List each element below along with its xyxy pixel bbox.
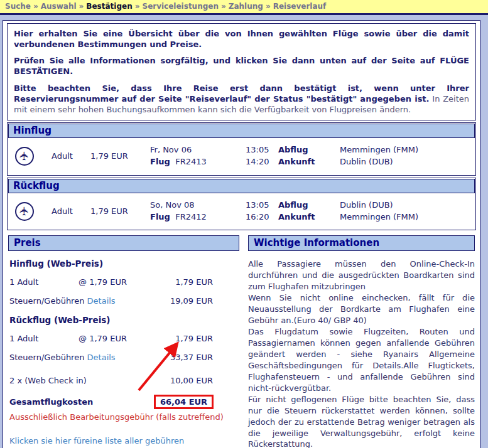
intro-paragraph-2: Prüfen Sie alle Informationen sorgfältig… — [14, 55, 469, 77]
plane-icon: ✈ — [15, 202, 52, 221]
breadcrumb-separator: » — [219, 2, 229, 11]
outbound-arrival-time: 14:20 — [246, 156, 278, 168]
outbound-flight-label: Flug — [150, 157, 170, 166]
fare-rate: @ 1,79 EUR — [79, 277, 150, 287]
info-text: Alle Passagiere müssen den Online-Check-… — [248, 259, 475, 448]
fare-value: 1,79 EUR — [150, 277, 213, 287]
outbound-origin: Memmingen (FMM) — [340, 144, 473, 156]
outbound-date: Fr, Nov 06 — [150, 144, 246, 156]
return-date: So, Nov 08 — [150, 200, 246, 211]
price-panel: Preis Hinflug (Web-Preis) 1 Adult @ 1,79… — [8, 235, 239, 448]
total-value: 66,04 EUR — [160, 397, 207, 407]
total-value-annotation-box: 66,04 EUR — [154, 395, 214, 409]
all-fees-link[interactable]: Klicken sie hier füreine liste aller geb… — [9, 436, 184, 445]
return-fare-row: 1 Adult @ 1,79 EUR 1,79 EUR — [9, 334, 239, 343]
info-paragraph-3: Das Flugdatum sowie Flugzeiten, Routen u… — [248, 326, 475, 394]
breadcrumb: Suche»Auswahl»Bestätigen»Serviceleistung… — [0, 0, 488, 15]
return-passenger-type: Adult — [52, 206, 90, 216]
processing-fee-note: Ausschließlich Bearbeitungsgebühr (falls… — [9, 412, 239, 422]
outbound-airports: Memmingen (FMM) Dublin (DUB) — [340, 144, 473, 168]
breadcrumb-separator: » — [263, 2, 273, 11]
return-price-heading: Rückflug (Web-Preis) — [9, 315, 239, 325]
taxes-details-link[interactable]: Details — [87, 296, 116, 306]
outbound-times: 13:05 14:20 — [246, 144, 278, 168]
taxes-label-wrap: Steuern/Gebühren Details — [9, 296, 150, 306]
return-taxes-row: Steuern/Gebühren Details 33,37 EUR — [9, 353, 239, 362]
columns: Preis Hinflug (Web-Preis) 1 Adult @ 1,79… — [7, 232, 476, 448]
return-departure-time: 13:05 — [246, 200, 278, 211]
return-flight-section: Rückflug ✈ Adult 1,79 EUR So, Nov 08 Flu… — [7, 178, 476, 231]
breadcrumb-zahlung[interactable]: Zahlung — [229, 2, 263, 11]
outbound-flight-section: Hinflug ✈ Adult 1,79 EUR Fr, Nov 06 Flug… — [7, 122, 476, 176]
breadcrumb-auswahl[interactable]: Auswahl — [41, 2, 77, 11]
intro-paragraph-1: Hier erhalten Sie eine Übersicht über di… — [14, 28, 469, 50]
breadcrumb-suche[interactable]: Suche — [5, 2, 31, 11]
info-paragraph-2: Wenn Sie nicht online einchecken, fällt … — [248, 292, 475, 326]
taxes-details-link[interactable]: Details — [87, 353, 116, 362]
outbound-taxes-row: Steuern/Gebühren Details 19,09 EUR — [9, 296, 239, 306]
outbound-fare: 1,79 EUR — [90, 151, 150, 161]
outbound-flight-number: FR2413 — [175, 157, 207, 166]
return-destination: Memmingen (FMM) — [340, 211, 473, 223]
taxes-label: Steuern/Gebühren — [9, 353, 84, 362]
return-section-header: Rückflug — [8, 179, 475, 193]
info-paragraph-1: Alle Passagiere müssen den Online-Check-… — [248, 259, 475, 292]
taxes-label: Steuern/Gebühren — [9, 296, 84, 306]
webcheckin-label: 2 x (Web Check in) — [9, 376, 150, 385]
return-time-labels: Abflug Ankunft — [278, 200, 340, 223]
price-panel-header: Preis — [8, 235, 239, 251]
outbound-passenger-type: Adult — [52, 151, 90, 161]
return-airports: Dublin (DUB) Memmingen (FMM) — [340, 200, 473, 223]
booking-confirmation-page: { "breadcrumb": { "separator": "»", "ite… — [0, 0, 488, 448]
breadcrumb-serviceleistungen[interactable]: Serviceleistungen — [142, 2, 219, 11]
return-flight-label: Flug — [150, 212, 170, 221]
intro-section: Hier erhalten Sie eine Übersicht über di… — [7, 23, 476, 120]
breadcrumb-separator: » — [133, 2, 143, 11]
plane-circle-icon: ✈ — [15, 202, 34, 221]
plane-circle-icon: ✈ — [15, 147, 34, 166]
taxes-value: 19,09 EUR — [150, 296, 213, 306]
outbound-time-labels: Abflug Ankunft — [278, 144, 340, 168]
outbound-fare-row: 1 Adult @ 1,79 EUR 1,79 EUR — [9, 277, 239, 287]
plane-icon: ✈ — [15, 147, 52, 166]
info-panel-header: Wichtige Informationen — [248, 235, 475, 251]
info-paragraph-4: Für nicht geflogenen Flüge bitte beachte… — [248, 394, 475, 448]
total-row: Gesamtflugkosten 66,04 EUR — [9, 395, 239, 409]
breadcrumb-separator: » — [31, 2, 41, 11]
return-arrival-time: 16:20 — [246, 211, 278, 223]
return-date-flight: So, Nov 08 Flug FR2412 — [150, 200, 246, 223]
departure-label: Abflug — [278, 200, 340, 211]
total-label: Gesamtflugkosten — [9, 397, 154, 407]
info-panel: Wichtige Informationen Alle Passagiere m… — [248, 235, 475, 448]
outbound-destination: Dublin (DUB) — [340, 156, 473, 168]
taxes-value: 33,37 EUR — [150, 353, 213, 362]
return-fare: 1,79 EUR — [90, 206, 150, 216]
fare-label: 1 Adult — [9, 334, 79, 343]
return-flight-number: FR2412 — [175, 212, 207, 221]
departure-label: Abflug — [278, 144, 340, 156]
outbound-price-heading: Hinflug (Web-Preis) — [9, 259, 239, 269]
outbound-departure-time: 13:05 — [246, 144, 278, 156]
breadcrumb-bestaetigen[interactable]: Bestätigen — [86, 2, 132, 11]
webcheckin-row: 2 x (Web Check in) 10,00 EUR — [9, 376, 239, 385]
arrival-label: Ankunft — [278, 156, 340, 168]
return-origin: Dublin (DUB) — [340, 200, 473, 211]
outbound-date-flight: Fr, Nov 06 Flug FR2413 — [150, 144, 246, 168]
intro-paragraph-3-bold: Bitte beachten Sie, dass Ihre Reise erst… — [14, 83, 469, 104]
intro-paragraph-3: Bitte beachten Sie, dass Ihre Reise erst… — [14, 83, 469, 115]
outbound-flight-row: ✈ Adult 1,79 EUR Fr, Nov 06 Flug FR2413 … — [8, 139, 475, 175]
fare-label: 1 Adult — [9, 277, 79, 287]
arrival-label: Ankunft — [278, 211, 340, 223]
taxes-label-wrap: Steuern/Gebühren Details — [9, 353, 150, 362]
breadcrumb-reiseverlauf[interactable]: Reiseverlauf — [273, 2, 327, 11]
outbound-section-header: Hinflug — [8, 124, 475, 138]
fare-rate: @ 1,79 EUR — [79, 334, 150, 343]
main-content: Hier erhalten Sie eine Übersicht über di… — [3, 20, 480, 448]
return-flight-row: ✈ Adult 1,79 EUR So, Nov 08 Flug FR2412 … — [8, 194, 475, 230]
breadcrumb-separator: » — [77, 2, 87, 11]
fare-value: 1,79 EUR — [150, 334, 213, 343]
webcheckin-value: 10,00 EUR — [150, 376, 213, 385]
return-times: 13:05 16:20 — [246, 200, 278, 223]
